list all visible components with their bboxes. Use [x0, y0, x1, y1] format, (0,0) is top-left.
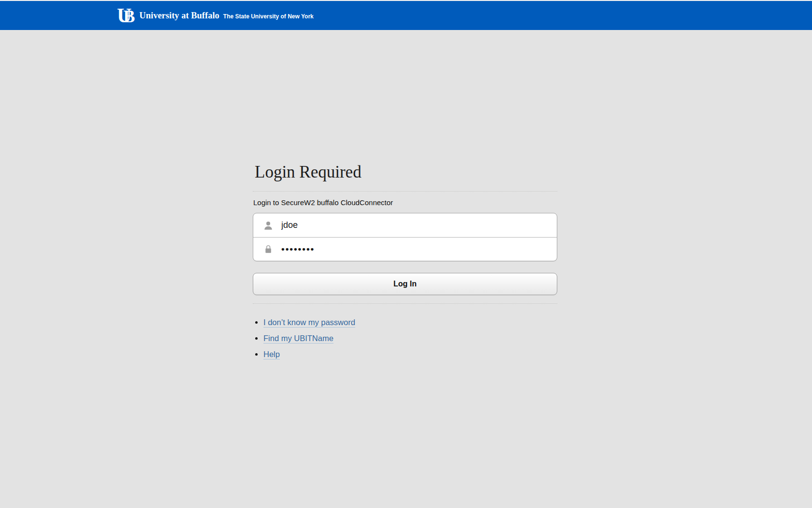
university-masthead: U B University at Buffalo The State Univ… [0, 1, 812, 30]
username-input[interactable] [281, 213, 557, 237]
list-item: I don’t know my password [263, 317, 557, 328]
list-item: Help [263, 349, 557, 359]
page-title: Login Required [253, 164, 557, 192]
university-tagline: The State University of New York [223, 13, 314, 20]
university-home-link[interactable]: U B University at Buffalo The State Univ… [117, 1, 314, 30]
help-link[interactable]: Help [263, 350, 280, 359]
credentials-field-group [253, 213, 557, 261]
help-links-list: I don’t know my password Find my UBITNam… [253, 317, 557, 359]
password-row [253, 237, 557, 261]
password-input[interactable] [281, 238, 557, 261]
lock-icon [262, 243, 274, 255]
ub-logo-letter-b: B [123, 8, 135, 25]
forgot-password-link[interactable]: I don’t know my password [263, 318, 355, 328]
login-subtitle: Login to SecureW2 buffalo CloudConnector [253, 198, 557, 207]
links-divider [253, 303, 557, 304]
list-item: Find my UBITName [263, 333, 557, 344]
ub-logo-icon: U B [117, 5, 135, 26]
log-in-button[interactable]: Log In [253, 273, 557, 295]
university-name: University at Buffalo [139, 11, 219, 21]
username-row [253, 213, 557, 237]
login-panel: Login Required Login to SecureW2 buffalo… [253, 164, 557, 365]
find-ubitname-link[interactable]: Find my UBITName [263, 334, 334, 344]
person-icon [262, 220, 274, 231]
